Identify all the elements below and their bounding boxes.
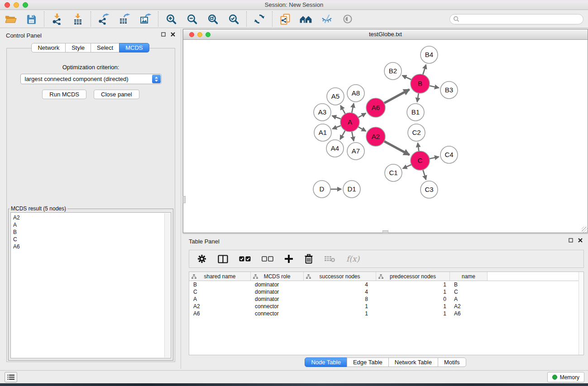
svg-text:C1: C1: [389, 169, 397, 176]
minimize-window-button[interactable]: [14, 2, 19, 8]
graph-node-B2[interactable]: B2: [384, 62, 402, 80]
zoom-view-button[interactable]: [206, 32, 210, 37]
graph-node-A8[interactable]: A8: [347, 85, 364, 102]
refresh-icon[interactable]: [252, 12, 267, 26]
tab-mcds[interactable]: MCDS: [119, 43, 149, 52]
memory-button[interactable]: Memory: [547, 372, 584, 382]
graph-node-A3[interactable]: A3: [314, 104, 331, 121]
graph-node-B4[interactable]: B4: [421, 46, 438, 63]
result-list-scrollbar[interactable]: [164, 213, 170, 357]
add-column-icon[interactable]: [284, 254, 293, 263]
close-window-button[interactable]: [5, 2, 10, 8]
deselect-all-icon[interactable]: [262, 256, 273, 262]
export-table-icon[interactable]: [117, 12, 132, 26]
zoom-out-icon[interactable]: [184, 12, 200, 26]
graph-node-B3[interactable]: B3: [440, 81, 458, 99]
table-scrollbar[interactable]: [578, 272, 583, 355]
window-controls: [5, 2, 28, 8]
close-table-panel-icon[interactable]: [578, 238, 583, 243]
table-row-b[interactable]: Bdominator41B: [189, 281, 583, 288]
delete-table-icon: [324, 255, 335, 262]
table-row-a6[interactable]: A6connector11A6: [189, 310, 583, 317]
zoom-fit-icon[interactable]: [205, 12, 220, 26]
zoom-window-button[interactable]: [23, 2, 28, 8]
zoom-selected-icon[interactable]: [226, 12, 241, 26]
graph-node-A4[interactable]: A4: [326, 140, 344, 157]
result-item-a6[interactable]: A6: [13, 243, 168, 250]
task-history-button[interactable]: [5, 372, 17, 382]
close-panel-button[interactable]: Close panel: [94, 90, 139, 99]
column-header-predecessor-nodes[interactable]: predecessor nodes: [376, 272, 450, 281]
column-header-mcds-role[interactable]: MCDS role: [251, 272, 304, 281]
graph-node-A6[interactable]: A6: [366, 98, 385, 117]
column-header-successor-nodes[interactable]: successor nodes: [304, 272, 376, 281]
table-row-a2[interactable]: A2connector11A2: [189, 303, 583, 310]
svg-text:A7: A7: [352, 147, 360, 155]
graph-node-C4[interactable]: C4: [440, 146, 458, 163]
graph-node-A5[interactable]: A5: [327, 88, 344, 105]
table-mode-gear-icon[interactable]: [197, 254, 207, 264]
graph-node-A[interactable]: A: [340, 113, 359, 132]
graph-node-A7[interactable]: A7: [347, 143, 364, 160]
tab-style[interactable]: Style: [65, 43, 91, 52]
graph-node-A1[interactable]: A1: [314, 124, 331, 141]
import-network-icon[interactable]: [49, 12, 65, 26]
search-input[interactable]: [459, 15, 583, 23]
show-eye-icon[interactable]: [340, 12, 355, 26]
result-item-b[interactable]: B: [13, 229, 168, 236]
tab-network-table[interactable]: Network Table: [388, 357, 438, 367]
graph-node-B1[interactable]: B1: [407, 104, 424, 121]
graph-node-D1[interactable]: D1: [343, 181, 360, 198]
tab-network[interactable]: Network: [31, 43, 66, 52]
zoom-in-icon[interactable]: [163, 12, 179, 26]
graph-node-C2[interactable]: C2: [408, 124, 425, 141]
network-window-titlebar[interactable]: testGlobe.txt: [183, 29, 588, 40]
tab-edge-table[interactable]: Edge Table: [347, 357, 389, 367]
session-title: Session: New Session: [0, 0, 588, 10]
delete-column-trash-icon[interactable]: [304, 254, 313, 264]
import-table-icon[interactable]: [70, 12, 86, 26]
float-table-panel-icon[interactable]: [569, 238, 573, 243]
export-image-icon[interactable]: [138, 12, 153, 26]
table-row-c[interactable]: Cdominator41C: [189, 288, 583, 295]
result-item-a[interactable]: A: [13, 221, 168, 229]
criterion-dropdown[interactable]: largest connected component (directed): [20, 74, 162, 84]
cell: A: [450, 295, 488, 303]
graph-node-C1[interactable]: C1: [385, 164, 402, 181]
result-item-c[interactable]: C: [13, 236, 168, 243]
graph-node-A2[interactable]: A2: [366, 127, 385, 146]
window-left-grip[interactable]: [183, 196, 186, 203]
window-bottom-grip[interactable]: [382, 230, 388, 233]
graph-node-C3[interactable]: C3: [421, 181, 438, 198]
minimize-view-button[interactable]: [197, 32, 202, 37]
tab-motifs[interactable]: Motifs: [438, 357, 466, 367]
mcds-result-list[interactable]: A2ABCA6: [10, 212, 171, 358]
home-views-icon[interactable]: [298, 12, 314, 26]
table-row-a[interactable]: Adominator80A: [189, 295, 583, 303]
graph-node-B[interactable]: B: [411, 74, 430, 93]
run-mcds-button[interactable]: Run MCDS: [42, 90, 86, 99]
graph-node-C[interactable]: C: [411, 151, 430, 170]
open-session-icon[interactable]: [3, 12, 18, 26]
close-panel-icon[interactable]: [171, 32, 175, 37]
graph-node-D[interactable]: D: [313, 181, 330, 198]
tab-select[interactable]: Select: [91, 43, 120, 52]
cell: connector: [251, 310, 304, 317]
network-canvas[interactable]: B4B2BB3A8A5A6A3B1AA1C2A2A4A7C4CC1C3DD1: [183, 40, 588, 233]
network-view-title: testGlobe.txt: [183, 29, 588, 39]
result-item-a2[interactable]: A2: [13, 214, 168, 221]
window-resize-grip[interactable]: [582, 227, 588, 233]
close-view-button[interactable]: [189, 32, 194, 37]
column-header-shared-name[interactable]: shared name: [189, 272, 251, 281]
search-field[interactable]: [449, 14, 583, 24]
save-session-icon[interactable]: [24, 12, 39, 26]
select-all-icon[interactable]: [239, 256, 251, 262]
float-panel-icon[interactable]: [161, 32, 166, 37]
show-columns-icon[interactable]: [218, 255, 228, 263]
export-network-icon[interactable]: [96, 12, 111, 26]
cell: 1: [304, 310, 376, 317]
hide-panel-eye-icon[interactable]: [319, 12, 335, 26]
tab-node-table[interactable]: Node Table: [305, 357, 347, 367]
duplicate-network-icon[interactable]: [277, 12, 293, 26]
column-header-name[interactable]: name: [450, 272, 488, 281]
